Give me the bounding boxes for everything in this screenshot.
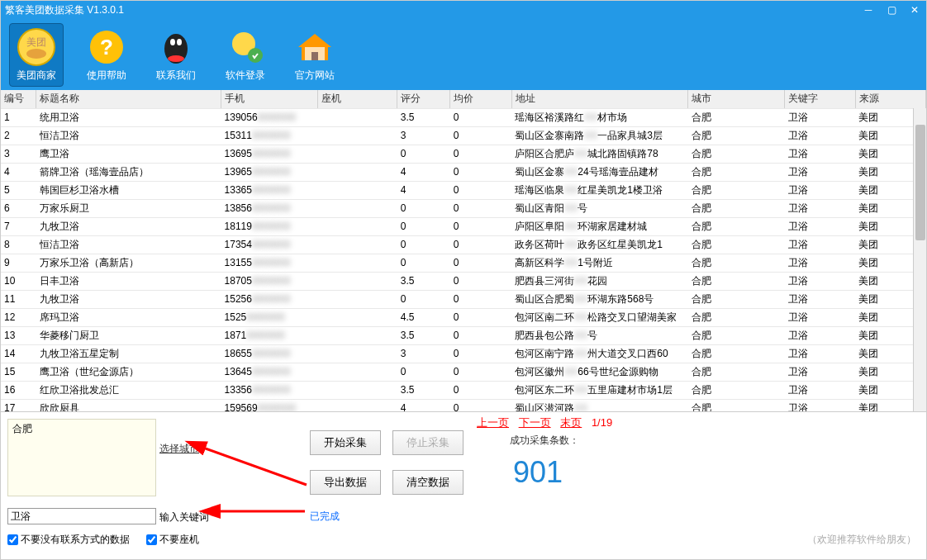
cell: 0 <box>450 326 512 344</box>
table-row[interactable]: 14九牧卫浴五星定制18655000000030包河区南宁路XX州大道交叉口西6… <box>1 344 926 363</box>
cell: 4 <box>397 399 450 412</box>
col-header[interactable]: 地址 <box>511 90 687 108</box>
bottom-panel: 合肥 选择城市 输入关键词 不要没有联系方式的数据 不要座机 开始采集 停止采集… <box>1 412 926 559</box>
col-header[interactable]: 标题名称 <box>36 90 221 108</box>
check-no-landline[interactable]: 不要座机 <box>146 533 199 547</box>
cell: 12 <box>1 308 36 326</box>
cell <box>318 308 397 326</box>
cell: 九牧卫浴五星定制 <box>36 344 221 363</box>
select-city-link[interactable]: 选择城市 <box>159 442 199 456</box>
col-header[interactable]: 城市 <box>688 90 785 108</box>
clear-button[interactable]: 清空数据 <box>392 470 464 495</box>
cell: 卫浴 <box>785 308 855 326</box>
next-page[interactable]: 下一页 <box>519 416 551 429</box>
svg-rect-14 <box>311 52 318 60</box>
last-page[interactable]: 末页 <box>560 416 582 429</box>
svg-text:美团: 美团 <box>26 36 46 48</box>
table-row[interactable]: 2恒洁卫浴15311000000030蜀山区金寨南路XX一品家具城3层合肥卫浴美… <box>1 126 926 145</box>
table-row[interactable]: 9万家乐卫浴（高新店）13155000000000高新区科学XX1号附近合肥卫浴… <box>1 254 926 272</box>
cell: 合肥 <box>688 290 785 308</box>
svg-point-8 <box>177 39 182 45</box>
cell: 卫浴 <box>785 181 855 199</box>
checkbox[interactable] <box>146 534 157 545</box>
toolbar-website[interactable]: 官方网站 <box>288 24 341 86</box>
cell: 15250000000 <box>221 308 318 326</box>
cell: 合肥 <box>688 308 785 326</box>
table-row[interactable]: 4箭牌卫浴（瑶海壹品店）13965000000040蜀山区金寨XX24号瑶海壹品… <box>1 163 926 181</box>
col-header[interactable]: 编号 <box>1 90 36 108</box>
col-header[interactable]: 手机 <box>221 90 318 108</box>
toolbar-login[interactable]: 软件登录 <box>219 24 272 86</box>
table-row[interactable]: 5韩国巨杉卫浴水槽13365000000040瑶海区临泉XX红星美凯龙1楼卫浴合… <box>1 181 926 199</box>
svg-point-7 <box>170 39 175 45</box>
meituan-icon: 美团 <box>17 27 56 67</box>
stop-button: 停止采集 <box>392 430 464 455</box>
start-button[interactable]: 开始采集 <box>310 430 381 455</box>
cell: 卫浴 <box>785 254 855 272</box>
login-icon <box>226 27 265 67</box>
table-row[interactable]: 15鹰卫浴（世纪金源店）13645000000000包河区徽州XX66号世纪金源… <box>1 363 926 381</box>
house-icon <box>295 27 335 67</box>
svg-point-6 <box>168 35 184 53</box>
col-header[interactable]: 均价 <box>450 90 512 108</box>
close-button[interactable]: ✕ <box>903 2 926 18</box>
table-row[interactable]: 1统用卫浴13905600000003.50瑶海区裕溪路红XX材市场合肥卫浴美团 <box>1 108 926 126</box>
cell <box>318 344 397 363</box>
col-header[interactable]: 关键字 <box>785 90 855 108</box>
checkbox[interactable] <box>7 534 18 545</box>
cell: 包河区南二环XX松路交叉口望湖美家 <box>511 308 687 326</box>
cell: 0 <box>397 199 450 217</box>
cell: 0 <box>450 344 512 363</box>
cell: 卫浴 <box>785 199 855 217</box>
check-no-contact[interactable]: 不要没有联系方式的数据 <box>7 533 130 547</box>
toolbar-contact[interactable]: 联系我们 <box>150 24 202 86</box>
cell: 181190000000 <box>221 217 318 235</box>
export-button[interactable]: 导出数据 <box>310 470 381 495</box>
cell: 14 <box>1 344 36 363</box>
table-row[interactable]: 3鹰卫浴13695000000000庐阳区合肥庐XX城北路固镇路78合肥卫浴美团 <box>1 145 926 163</box>
cell: 10 <box>1 272 36 290</box>
table-row[interactable]: 12席玛卫浴152500000004.50包河区南二环XX松路交叉口望湖美家合肥… <box>1 308 926 326</box>
table-row[interactable]: 17欣欣厨具159569000000040蜀山区潜河路XX合肥卫浴美团 <box>1 399 926 412</box>
svg-line-15 <box>203 448 307 485</box>
cell: 红欣卫浴批发总汇 <box>36 381 221 399</box>
cell: 鹰卫浴（世纪金源店） <box>36 363 221 381</box>
window-controls: ─ ▢ ✕ <box>857 2 926 18</box>
keyword-input[interactable] <box>7 508 156 524</box>
col-header[interactable]: 来源 <box>855 90 925 108</box>
cell: 18710000000 <box>221 326 318 344</box>
cell: 卫浴 <box>785 126 855 145</box>
minimize-button[interactable]: ─ <box>857 2 880 18</box>
table-row[interactable]: 10日丰卫浴1870500000003.50肥西县三河街XX花园合肥卫浴美团 <box>1 272 926 290</box>
table-row[interactable]: 7九牧卫浴18119000000000庐阳区阜阳XX环湖家居建材城合肥卫浴美团 <box>1 217 926 235</box>
col-header[interactable]: 评分 <box>397 90 450 108</box>
cell: 九牧卫浴 <box>36 290 221 308</box>
cell: 卫浴 <box>785 381 855 399</box>
keyword-label: 输入关键词 <box>159 510 209 524</box>
cell: 136950000000 <box>221 145 318 163</box>
cell: 卫浴 <box>785 145 855 163</box>
table-row[interactable]: 6万家乐厨卫13856000000000蜀山区青阳XX号合肥卫浴美团 <box>1 199 926 217</box>
cell: 0 <box>450 199 512 217</box>
cell <box>318 108 397 126</box>
titlebar: 繁客美团数据采集 V1.3.0.1 ─ ▢ ✕ <box>1 1 926 19</box>
col-header[interactable]: 座机 <box>318 90 397 108</box>
cell: 统用卫浴 <box>36 108 221 126</box>
help-icon: ? <box>87 27 126 67</box>
cell: 0 <box>397 363 450 381</box>
cell: 139650000000 <box>221 163 318 181</box>
toolbar-help[interactable]: ? 使用帮助 <box>80 24 133 86</box>
table-row[interactable]: 16红欣卫浴批发总汇1335600000003.50包河区东二环XX五里庙建材市… <box>1 381 926 399</box>
vertical-scrollbar[interactable] <box>913 108 926 411</box>
scrollbar-thumb[interactable] <box>915 125 925 240</box>
maximize-button[interactable]: ▢ <box>880 2 903 18</box>
prev-page[interactable]: 上一页 <box>477 416 509 429</box>
cell: 合肥 <box>688 254 785 272</box>
cell <box>318 235 397 254</box>
city-box[interactable]: 合肥 <box>7 419 156 496</box>
table-row[interactable]: 8恒洁卫浴17354000000000政务区荷叶XX政务区红星美凯龙1合肥卫浴美… <box>1 235 926 254</box>
toolbar-meituan[interactable]: 美团 美团商家 <box>9 23 64 87</box>
table-row[interactable]: 13华菱移门厨卫187100000003.50肥西县包公路XX号合肥卫浴美团 <box>1 326 926 344</box>
cell: 华菱移门厨卫 <box>36 326 221 344</box>
table-row[interactable]: 11九牧卫浴15256000000000蜀山区合肥蜀XX环湖东路568号合肥卫浴… <box>1 290 926 308</box>
